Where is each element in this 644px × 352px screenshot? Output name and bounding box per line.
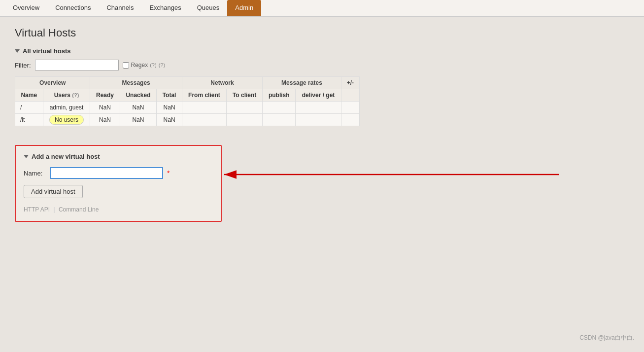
col-header-publish: publish [263,89,296,102]
link-separator: | [53,206,55,213]
col-header-empty [341,89,359,102]
vhost-total: NaN [157,102,182,114]
nav-connections[interactable]: Connections [47,0,99,16]
nav-admin[interactable]: Admin [227,0,261,16]
footer-links: HTTP API | Command Line [24,206,213,213]
filter-input[interactable] [35,60,119,70]
vhost-users-nousers: No users [43,114,90,126]
vhost-to-client [227,102,263,114]
collapse-icon[interactable] [15,49,20,53]
red-arrow [219,162,564,187]
vhost-extra [341,114,359,126]
vhost-users: admin, guest [43,102,90,114]
users-help[interactable]: (?) [72,92,79,98]
col-header-ready: Ready [90,89,120,102]
vhost-to-client [227,114,263,126]
name-form-row: Name: * [24,167,213,179]
required-star: * [167,169,169,177]
table-row: /it No users NaN NaN NaN [15,114,360,126]
vhost-publish [263,102,296,114]
group-header-messages: Messages [90,77,182,89]
vhost-unacked: NaN [120,114,157,126]
vhost-ready: NaN [90,102,120,114]
group-header-overview: Overview [15,77,90,89]
collapse-add-vhost-icon[interactable] [24,155,29,158]
vhost-deliver-get [296,102,341,114]
vhost-name[interactable]: /it [15,114,43,126]
vhost-from-client [182,102,226,114]
nav-overview[interactable]: Overview [5,0,47,16]
filter-label: Filter: [15,62,31,69]
vhost-total: NaN [157,114,182,126]
filter-row: Filter: Regex (?) (?) [15,60,629,70]
add-vhost-section: Add a new virtual host Name: * Add virtu… [15,145,222,222]
col-header-name: Name [15,89,43,102]
vhost-from-client [182,114,226,126]
http-api-link[interactable]: HTTP API [24,206,50,213]
add-virtual-host-button[interactable]: Add virtual host [24,185,83,198]
vhost-name[interactable]: / [15,102,43,114]
vhost-deliver-get [296,114,341,126]
command-line-link[interactable]: Command Line [59,206,99,213]
vhost-publish [263,114,296,126]
regex-help1[interactable]: (?) [150,62,156,68]
vhost-extra [341,102,359,114]
vhost-unacked: NaN [120,102,157,114]
nav-channels[interactable]: Channels [99,0,141,16]
col-header-deliver-get: deliver / get [296,89,341,102]
add-vhost-header: Add a new virtual host [24,153,213,160]
page-title: Virtual Hosts [15,27,629,39]
group-header-message-rates: Message rates [263,77,341,89]
regex-help2[interactable]: (?) [159,62,165,68]
all-vhosts-section-header: All virtual hosts [15,47,629,55]
group-header-network: Network [182,77,262,89]
regex-checkbox[interactable] [123,62,129,69]
nav-exchanges[interactable]: Exchanges [141,0,189,16]
plus-minus-btn[interactable]: +/- [341,77,359,89]
nav-queues[interactable]: Queues [189,0,228,16]
table-row: / admin, guest NaN NaN NaN [15,102,360,114]
vhost-table: Overview Messages Network Message rates … [15,76,360,126]
top-nav: Overview Connections Channels Exchanges … [0,0,644,17]
col-header-unacked: Unacked [120,89,157,102]
name-input[interactable] [50,167,163,179]
regex-label: Regex (?) (?) [123,62,166,69]
no-users-badge: No users [49,115,84,125]
col-header-from-client: From client [182,89,226,102]
col-header-total: Total [157,89,182,102]
vhost-ready: NaN [90,114,120,126]
col-header-users: Users (?) [43,89,90,102]
name-label: Name: [24,170,46,177]
col-header-to-client: To client [227,89,263,102]
